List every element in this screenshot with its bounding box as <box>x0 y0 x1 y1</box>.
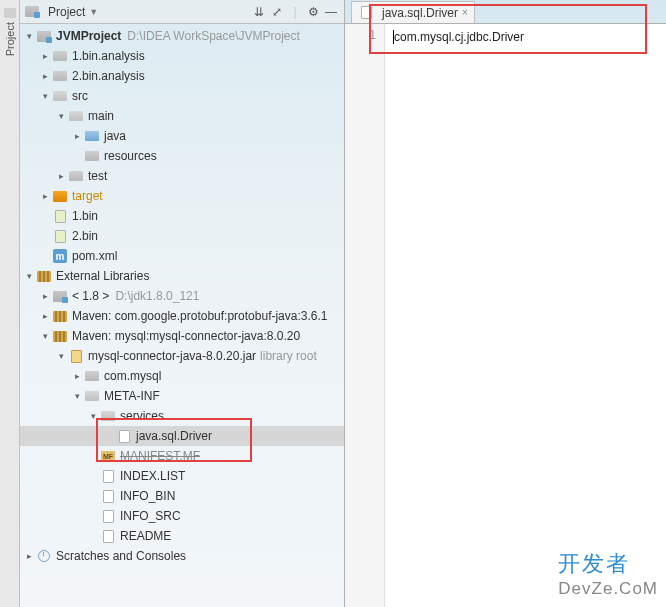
tree-item-test[interactable]: ▸ test <box>20 166 344 186</box>
chevron-right-icon[interactable]: ▸ <box>40 311 50 321</box>
libraries-icon <box>52 308 68 324</box>
chevron-right-icon[interactable]: ▸ <box>40 51 50 61</box>
file-icon <box>116 428 132 444</box>
folder-icon <box>68 108 84 124</box>
project-tool-window-tab[interactable]: Project <box>0 0 20 607</box>
tree-item-src[interactable]: ▾ src <box>20 86 344 106</box>
tree-item-driver-file[interactable]: ▸ java.sql.Driver <box>20 426 344 446</box>
separator: | <box>286 3 304 21</box>
chevron-right-icon[interactable]: ▸ <box>72 371 82 381</box>
editor-code[interactable]: com.mysql.cj.jdbc.Driver <box>385 24 666 607</box>
file-icon <box>52 228 68 244</box>
file-icon <box>100 528 116 544</box>
chevron-down-icon[interactable]: ▾ <box>56 111 66 121</box>
code-text: com.mysql.cj.jdbc.Driver <box>394 30 524 44</box>
expand-all-icon[interactable]: ⤢ <box>268 3 286 21</box>
tree-item[interactable]: ▸ Maven: com.google.protobuf:protobuf-ja… <box>20 306 344 326</box>
line-number: 1 <box>345 28 376 42</box>
project-root-label: JVMProject <box>56 29 121 43</box>
tree-item-label: META-INF <box>104 389 160 403</box>
jdk-label: < 1.8 > <box>72 289 109 303</box>
libraries-icon <box>52 328 68 344</box>
tree-item-metainf[interactable]: ▾ META-INF <box>20 386 344 406</box>
hide-icon[interactable]: — <box>322 3 340 21</box>
jar-icon <box>68 348 84 364</box>
tree-item-pom[interactable]: ▸ m pom.xml <box>20 246 344 266</box>
tree-item[interactable]: ▸ 2.bin.analysis <box>20 66 344 86</box>
tree-item[interactable]: ▸ MF MANIFEST.MF <box>20 446 344 466</box>
chevron-right-icon[interactable]: ▸ <box>72 131 82 141</box>
project-tree[interactable]: ▾ JVMProject D:\IDEA WorkSpace\JVMProjec… <box>20 24 344 607</box>
scratches-and-consoles[interactable]: ▸ Scratches and Consoles <box>20 546 344 566</box>
tree-item-label: README <box>120 529 171 543</box>
project-stripe-label: Project <box>4 22 16 56</box>
tree-item-label: Scratches and Consoles <box>56 549 186 563</box>
tree-item[interactable]: ▸ INFO_BIN <box>20 486 344 506</box>
project-root[interactable]: ▾ JVMProject D:\IDEA WorkSpace\JVMProjec… <box>20 26 344 46</box>
tree-item[interactable]: ▸ INFO_SRC <box>20 506 344 526</box>
folder-icon <box>84 388 100 404</box>
chevron-right-icon[interactable]: ▸ <box>40 291 50 301</box>
tree-item[interactable]: ▸ 2.bin <box>20 226 344 246</box>
libraries-icon <box>36 268 52 284</box>
tree-item-main[interactable]: ▾ main <box>20 106 344 126</box>
dropdown-arrow-icon[interactable]: ▼ <box>89 7 98 17</box>
tree-item-jar[interactable]: ▾ mysql-connector-java-8.0.20.jar librar… <box>20 346 344 366</box>
file-icon <box>358 5 374 21</box>
chevron-down-icon[interactable]: ▾ <box>40 91 50 101</box>
chevron-right-icon[interactable]: ▸ <box>40 191 50 201</box>
chevron-right-icon[interactable]: ▸ <box>40 71 50 81</box>
tree-item[interactable]: ▸ 1.bin.analysis <box>20 46 344 66</box>
tree-item-label: 2.bin.analysis <box>72 69 145 83</box>
tree-item-label: test <box>88 169 107 183</box>
tree-item-label: resources <box>104 149 157 163</box>
folder-icon <box>52 68 68 84</box>
tree-item-jdk[interactable]: ▸ < 1.8 > D:\jdk1.8.0_121 <box>20 286 344 306</box>
tree-item-label: Maven: mysql:mysql-connector-java:8.0.20 <box>72 329 300 343</box>
external-libraries[interactable]: ▾ External Libraries <box>20 266 344 286</box>
tree-item-target[interactable]: ▸ target <box>20 186 344 206</box>
tree-item-resources[interactable]: ▸ resources <box>20 146 344 166</box>
chevron-down-icon[interactable]: ▾ <box>24 31 34 41</box>
tree-item[interactable]: ▸ INDEX.LIST <box>20 466 344 486</box>
tree-item[interactable]: ▸ 1.bin <box>20 206 344 226</box>
editor-area: java.sql.Driver × 1 com.mysql.cj.jdbc.Dr… <box>345 0 666 607</box>
chevron-right-icon[interactable]: ▸ <box>56 171 66 181</box>
file-icon <box>100 508 116 524</box>
editor-body[interactable]: 1 com.mysql.cj.jdbc.Driver <box>345 24 666 607</box>
folder-icon <box>52 188 68 204</box>
tree-item-label: java <box>104 129 126 143</box>
locate-icon[interactable]: ⇊ <box>250 3 268 21</box>
folder-icon <box>52 48 68 64</box>
tree-item[interactable]: ▾ Maven: mysql:mysql-connector-java:8.0.… <box>20 326 344 346</box>
chevron-down-icon[interactable]: ▾ <box>56 351 66 361</box>
gear-icon[interactable]: ⚙ <box>304 3 322 21</box>
project-view-icon <box>24 4 40 20</box>
chevron-down-icon[interactable]: ▾ <box>72 391 82 401</box>
code-line[interactable]: com.mysql.cj.jdbc.Driver <box>393 28 658 46</box>
editor-tab[interactable]: java.sql.Driver × <box>351 1 475 23</box>
chevron-right-icon[interactable]: ▸ <box>24 551 34 561</box>
tree-item[interactable]: ▸ README <box>20 526 344 546</box>
chevron-down-icon[interactable]: ▾ <box>24 271 34 281</box>
tree-item-java[interactable]: ▸ java <box>20 126 344 146</box>
project-stripe-icon <box>4 8 16 18</box>
tree-item-label: 1.bin <box>72 209 98 223</box>
tree-item-label: INFO_SRC <box>120 509 181 523</box>
tree-item-services[interactable]: ▾ services <box>20 406 344 426</box>
tree-item-label: main <box>88 109 114 123</box>
tree-item-label: INFO_BIN <box>120 489 175 503</box>
editor-gutter: 1 <box>345 24 385 607</box>
folder-icon <box>100 408 116 424</box>
tree-item-label: Maven: com.google.protobuf:protobuf-java… <box>72 309 328 323</box>
chevron-down-icon[interactable]: ▾ <box>40 331 50 341</box>
close-icon[interactable]: × <box>462 7 468 18</box>
maven-icon: m <box>52 248 68 264</box>
tree-item[interactable]: ▸ com.mysql <box>20 366 344 386</box>
chevron-down-icon[interactable]: ▾ <box>88 411 98 421</box>
tree-item-label: External Libraries <box>56 269 149 283</box>
folder-icon <box>52 88 68 104</box>
folder-icon <box>52 288 68 304</box>
tree-item-label: MANIFEST.MF <box>120 449 200 463</box>
tree-item-label: target <box>72 189 103 203</box>
